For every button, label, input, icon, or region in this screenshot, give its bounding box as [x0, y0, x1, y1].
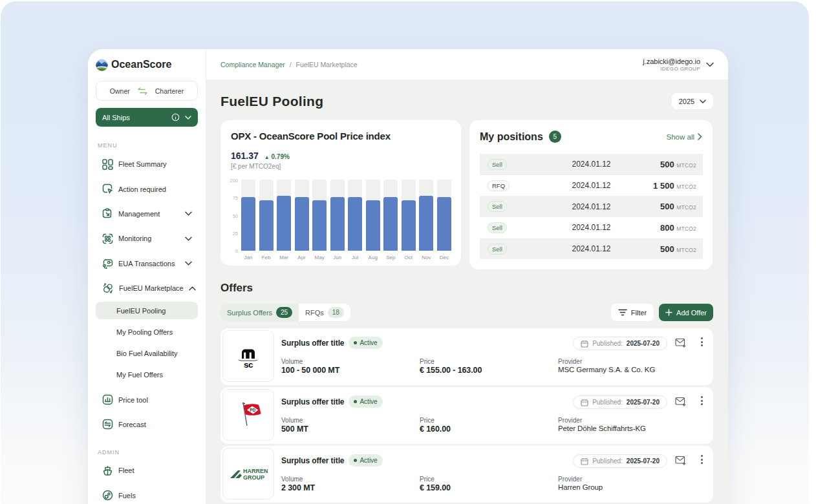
svg-text:PD: PD [250, 408, 255, 412]
svg-text:HARREN: HARREN [243, 468, 268, 474]
svg-text:GROUP: GROUP [243, 474, 264, 481]
svg-text:sc: sc [244, 360, 253, 370]
